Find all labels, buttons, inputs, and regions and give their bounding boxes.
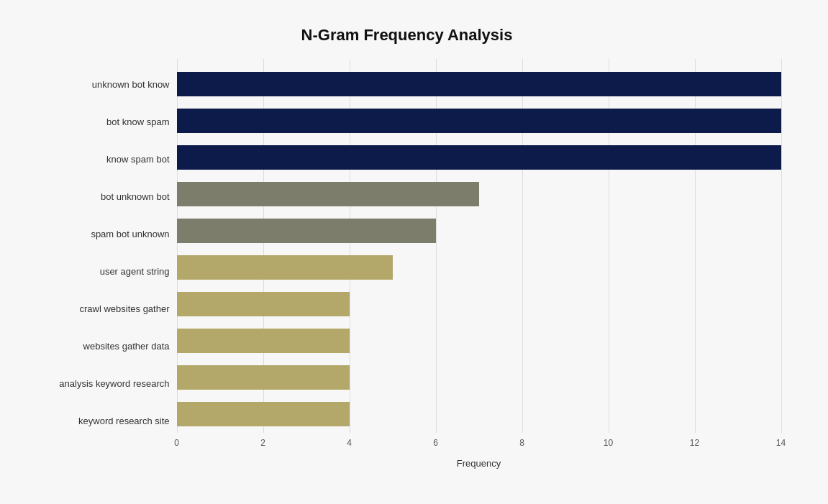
x-tick: 6 [433,438,438,448]
bar [177,329,350,353]
bar-row [177,398,781,431]
bar-row [177,324,781,357]
bar [177,145,781,170]
y-label: analysis keyword research [59,378,169,390]
y-labels: unknown bot knowbot know spamknow spam b… [33,66,177,440]
bar-row [177,214,781,247]
y-label: crawl websites gather [80,303,170,315]
bar [177,292,350,316]
chart-title: N-Gram Frequency Analysis [33,26,781,45]
y-label: websites gather data [83,341,170,352]
x-tick: 10 [604,438,613,448]
bar [177,109,781,133]
bar [177,182,479,206]
bar-row [177,361,781,394]
bar [177,219,436,243]
bar [177,255,393,280]
x-tick: 0 [174,438,179,448]
x-tick: 4 [347,438,352,448]
bar [177,72,781,96]
grid-line [781,59,782,433]
bar [177,402,350,426]
chart-container: N-Gram Frequency Analysis unknown bot kn… [19,12,810,493]
x-tick: 14 [776,438,786,448]
y-label: spam bot unknown [91,229,169,240]
bar-row [177,251,781,284]
y-label: keyword research site [78,416,169,427]
x-tick: 12 [690,438,699,448]
y-label: unknown bot know [92,79,170,91]
bar-row [177,141,781,174]
x-axis-label: Frequency [177,458,781,469]
bar [177,365,350,390]
chart-area: unknown bot knowbot know spamknow spam b… [33,59,781,469]
bar-row [177,178,781,211]
bars-container [177,59,781,433]
y-label: bot know spam [106,116,169,128]
bar-row [177,104,781,137]
bar-row [177,288,781,321]
y-label: know spam bot [106,154,169,165]
bars-and-grid [177,59,781,435]
y-label: bot unknown bot [101,191,169,203]
x-tick: 8 [519,438,524,448]
x-tick: 2 [260,438,265,448]
bar-row [177,68,781,101]
x-axis: 02468101214 [177,438,781,455]
y-label: user agent string [100,266,170,278]
